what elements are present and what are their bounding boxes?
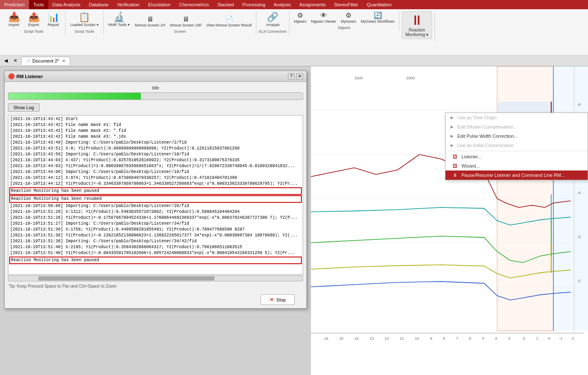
arxspan-button[interactable]: 🔗 Arxspan (264, 11, 282, 28)
tab-bar: ◀ ✕ 📄 Document 2* ✕ (0, 55, 588, 66)
menu-stacked[interactable]: Stacked (213, 0, 238, 9)
log-line: [2021-10-19T13:44:03] Y1(Product)=1-0.00… (9, 163, 302, 169)
dropdown-edit-dilution[interactable]: ▶ Edit Dilution Compensation... (446, 122, 588, 131)
show-log-button[interactable]: Show Log (8, 103, 40, 112)
log-line: [2021-10-19T13:51:36] Y1(Product)=-0.136… (9, 233, 302, 239)
log-line: [2021-10-19T13:51:40] Y1(Product)=-0.084… (9, 250, 302, 256)
svg-text:15: 15 (339, 336, 343, 341)
horizontal-scrollbar[interactable] (8, 275, 303, 281)
mgears-viewer-button[interactable]: 👁 Mgears Viewer (309, 11, 338, 24)
svg-text:2000: 2000 (406, 76, 415, 80)
main-content: 🔴 RM Listener ? ✕ Idle Show Log [2021-10… (0, 66, 588, 375)
tip-text: Tip: Keep Pressed Space to Pan and Ctrl+… (8, 283, 303, 289)
log-line: [2021-10-19T13:51:40] X:2195; Y1(Product… (9, 244, 302, 250)
svg-text:-6: -6 (577, 102, 580, 107)
log-line: [2021-10-19T13:51:27] Importing: C:/User… (9, 221, 302, 227)
stop-button[interactable]: ✕ Stop (261, 294, 295, 305)
dropdown-wizard[interactable]: 🖼 Wizard... (446, 161, 588, 170)
import-button[interactable]: 📥 Import (5, 11, 23, 28)
loaded-scripts-button[interactable]: 📋 Loaded Scripts ▾ (68, 11, 101, 28)
eln-buttons: 🔗 Arxspan (264, 11, 282, 28)
svg-text:-3: -3 (577, 235, 580, 239)
svg-text:9: 9 (430, 336, 432, 341)
menu-database[interactable]: Database (84, 0, 113, 9)
scrollbar-thumb (38, 276, 214, 281)
nmr-buttons: 🔬 NMR Tools ▾ 🖥 Mnova Screen 1H 🖥 Mnova … (106, 11, 253, 28)
mygears-workflows-icon: 🔄 (374, 12, 382, 19)
log-line: [2021-10-19T13:43:56] Importing: C:/User… (9, 152, 302, 157)
menu-quantitation[interactable]: Quantitation (363, 0, 396, 9)
svg-text:2: 2 (523, 336, 525, 341)
stop-label: Stop (276, 297, 286, 302)
view-mnova-screen-result-button[interactable]: 📄 View Mnova Screen Result (205, 15, 253, 28)
report-button[interactable]: 📊 Report (44, 11, 63, 28)
rm-dialog-title: 🔴 RM Listener (8, 73, 43, 79)
progress-bar-fill (8, 93, 141, 100)
menu-verification[interactable]: Verification (113, 0, 144, 9)
log-line: [2021-10-19T13:51:26] X:1312; Y1(Product… (9, 209, 302, 215)
dropdown-edit-pulse-width[interactable]: ▶ Edit Pulse Width Correction... (446, 131, 588, 141)
dropdown-listener[interactable]: 🖼 Listener... (446, 152, 588, 161)
log-line-highlighted: Reaction Monitoring has been resumed (9, 195, 302, 203)
log-line: [2021-10-19T13:43:49] Importing: C:/User… (9, 140, 302, 146)
ribbon-group-label-script: Script Tools (24, 28, 43, 34)
stop-btn-container: ✕ Stop (8, 292, 303, 305)
svg-text:14: 14 (354, 336, 359, 341)
nmr-tools-icon: 🔬 (113, 13, 125, 22)
dropdown-item-label-3: Edit Pulse Width Correction... (457, 134, 518, 139)
ribbon: 📥 Import 📤 Export 📊 Report Script Tools … (0, 9, 588, 55)
mnova-screen-1h-button[interactable]: 🖥 Mnova Screen 1H (133, 15, 167, 28)
mnova-screen-19f-button[interactable]: 🖥 Mnova Screen 19F (168, 15, 203, 28)
log-line: [2021-10-19T13:43:42] Start (9, 116, 302, 122)
tab-close[interactable]: ✕ (11, 57, 19, 65)
menu-processing[interactable]: Processing (238, 0, 269, 9)
log-line: [2021-10-19T13:44:06] Importing: C:/User… (9, 169, 302, 175)
log-line: [2021-10-19T13:43:42] File name mask #2:… (9, 128, 302, 134)
dialog-close-button[interactable]: ✕ (296, 73, 303, 80)
dialog-help-button[interactable]: ? (288, 73, 295, 80)
ribbon-group-reaction-monitoring: ⏸ ReactionMonitoring ▾ (399, 10, 435, 41)
rm-listener-dialog: 🔴 RM Listener ? ✕ Idle Show Log [2021-10… (4, 71, 307, 309)
mygears-button[interactable]: ⚙ MyGears (339, 11, 358, 24)
menu-bar: Prediction Tools Data Analysis Database … (0, 0, 588, 9)
dropdown-arrow-icon-2: ▶ (451, 125, 456, 129)
menu-chemometrics[interactable]: Chemometrics (175, 0, 213, 9)
mgears-buttons: ⚙ Mgears 👁 Mgears Viewer ⚙ MyGears 🔄 MyG… (292, 11, 396, 24)
menu-data-analysis[interactable]: Data Analysis (48, 0, 85, 9)
menu-stereofitter[interactable]: StereoFitter (330, 0, 362, 9)
dropdown-item-label-4: Use as Initial Concentration (457, 143, 514, 148)
log-area[interactable]: [2021-10-19T13:43:42] Start[2021-10-19T1… (8, 115, 303, 275)
svg-text:-2: -2 (571, 336, 574, 341)
menu-elucidation[interactable]: Elucidation (144, 0, 175, 9)
mygears-workflows-button[interactable]: 🔄 MyGears Workflows (359, 11, 396, 24)
rm-dialog-controls: ? ✕ (288, 73, 303, 80)
dropdown-item-label: Use as Time Origin (457, 115, 497, 120)
svg-text:7: 7 (456, 336, 458, 341)
mgears-button[interactable]: ⚙ Mgears (292, 11, 308, 24)
listener-icon: 🖼 (451, 154, 459, 159)
svg-text:1: 1 (536, 336, 538, 341)
dropdown-initial-concentration[interactable]: ▶ Use as Initial Concentration (446, 141, 588, 150)
menu-assignments[interactable]: Assignments (295, 0, 330, 9)
menu-prediction[interactable]: Prediction (0, 0, 29, 9)
idle-label: Idle (8, 85, 303, 90)
document-tab[interactable]: 📄 Document 2* ✕ (21, 57, 70, 65)
nmr-tools-button[interactable]: 🔬 NMR Tools ▾ (106, 11, 132, 28)
export-button[interactable]: 📤 Export (24, 11, 43, 28)
dropdown-arrow-icon-4: ▶ (451, 143, 456, 147)
dropdown-pause-resume[interactable]: ⏸ Pause/Resume Listener and Command Line… (446, 170, 588, 180)
dropdown-use-time-origin[interactable]: ▶ Use as Time Origin (446, 113, 588, 122)
svg-text:12: 12 (385, 336, 389, 341)
svg-text:3: 3 (508, 336, 510, 341)
rm-dialog-title-text: RM Listener (16, 74, 43, 79)
dropdown-separator (446, 151, 588, 151)
log-line-highlighted: Reaction Monitoring has been paused (9, 257, 302, 264)
dropdown-item-label-5: Listener... (461, 154, 482, 159)
reaction-monitoring-button[interactable]: ⏸ ReactionMonitoring ▾ (402, 11, 432, 39)
menu-tools[interactable]: Tools (29, 0, 48, 9)
log-line: [2021-10-19T13:43:42] File name mask #3:… (9, 134, 302, 140)
document-tab-close[interactable]: ✕ (62, 58, 66, 64)
menu-analysis[interactable]: Analysis (269, 0, 295, 9)
tab-nav-left[interactable]: ◀ (2, 57, 10, 65)
ribbon-group-mgears: ⚙ Mgears 👁 Mgears Viewer ⚙ MyGears 🔄 MyG… (290, 10, 399, 31)
